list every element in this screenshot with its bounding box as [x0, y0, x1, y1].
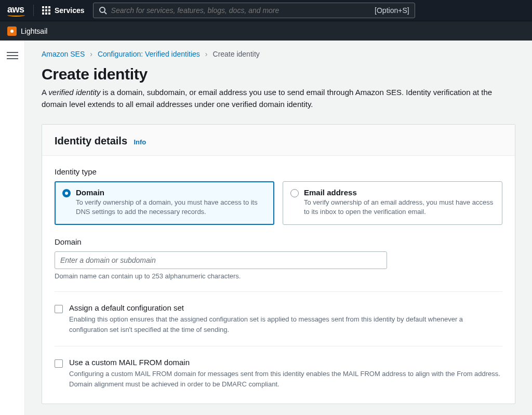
svg-point-0 — [100, 7, 105, 12]
page-desc-suffix: is a domain, subdomain, or email address… — [42, 88, 492, 109]
panel-header: Identity details Info — [42, 125, 515, 156]
svg-point-2 — [10, 30, 14, 33]
option-desc: To verify ownership of an email address,… — [304, 198, 495, 218]
aws-logo-text: aws — [7, 4, 24, 15]
radio-icon — [290, 189, 299, 197]
lightsail-icon — [7, 26, 17, 36]
domain-hint: Domain name can contain up to 253 alphan… — [55, 272, 502, 280]
mail-from-checkbox[interactable] — [55, 359, 63, 368]
breadcrumb-link-ses[interactable]: Amazon SES — [42, 50, 85, 58]
breadcrumb-link-verified-identities[interactable]: Configuration: Verified identities — [98, 50, 200, 58]
chevron-right-icon: › — [90, 50, 92, 58]
mail-from-desc: Configuring a custom MAIL FROM domain fo… — [69, 369, 502, 389]
config-set-desc: Enabling this option ensures that the as… — [69, 314, 502, 334]
page-title: Create identity — [42, 65, 515, 83]
identity-type-label: Identity type — [55, 167, 502, 176]
panel-heading: Identity details — [55, 135, 127, 146]
subnav-service-label[interactable]: Lightsail — [21, 27, 47, 35]
grid-icon — [42, 6, 50, 15]
search-input[interactable] — [111, 6, 375, 15]
panel-body: Identity type Domain To verify ownership… — [42, 156, 515, 404]
config-set-option: Assign a default configuration set Enabl… — [55, 303, 502, 334]
content-inner: Amazon SES › Configuration: Verified ide… — [25, 41, 532, 415]
option-title: Domain — [76, 188, 267, 197]
hamburger-icon[interactable] — [7, 50, 18, 61]
divider — [55, 346, 502, 346]
content-scroll[interactable]: Amazon SES › Configuration: Verified ide… — [25, 41, 532, 415]
global-nav: aws Services [Option+S] — [0, 0, 532, 21]
svg-line-1 — [104, 12, 107, 14]
breadcrumb-current: Create identity — [213, 50, 260, 58]
chevron-right-icon: › — [205, 50, 208, 58]
option-title: Email address — [304, 188, 495, 197]
option-desc: To verify ownership of a domain, you mus… — [76, 198, 267, 218]
nav-divider — [33, 5, 34, 16]
identity-type-email-option[interactable]: Email address To verify ownership of an … — [283, 181, 502, 225]
aws-logo[interactable]: aws — [7, 4, 25, 17]
identity-type-options: Domain To verify ownership of a domain, … — [55, 181, 502, 225]
config-set-checkbox[interactable] — [55, 305, 63, 313]
mail-from-option: Use a custom MAIL FROM domain Configurin… — [55, 358, 502, 389]
search-shortcut-hint: [Option+S] — [375, 6, 409, 15]
side-panel-toggle-area — [0, 41, 25, 415]
service-subnav: Lightsail — [0, 21, 532, 41]
mail-from-title: Use a custom MAIL FROM domain — [69, 358, 502, 367]
domain-field-label: Domain — [55, 237, 502, 246]
main-layout: Amazon SES › Configuration: Verified ide… — [0, 41, 532, 415]
config-set-title: Assign a default configuration set — [69, 303, 502, 312]
identity-details-panel: Identity details Info Identity type Doma… — [42, 124, 515, 405]
page-desc-em: verified identity — [48, 88, 100, 97]
radio-icon — [62, 189, 71, 197]
search-icon — [99, 6, 107, 15]
global-search[interactable]: [Option+S] — [93, 3, 415, 18]
breadcrumb: Amazon SES › Configuration: Verified ide… — [42, 50, 515, 58]
info-link[interactable]: Info — [134, 138, 146, 146]
identity-type-domain-option[interactable]: Domain To verify ownership of a domain, … — [55, 181, 274, 225]
domain-input[interactable] — [55, 251, 387, 269]
page-description: A verified identity is a domain, subdoma… — [42, 86, 515, 111]
services-menu-button[interactable]: Services — [42, 6, 85, 15]
page-desc-prefix: A — [42, 88, 48, 97]
divider — [55, 291, 502, 292]
services-label: Services — [55, 6, 85, 15]
